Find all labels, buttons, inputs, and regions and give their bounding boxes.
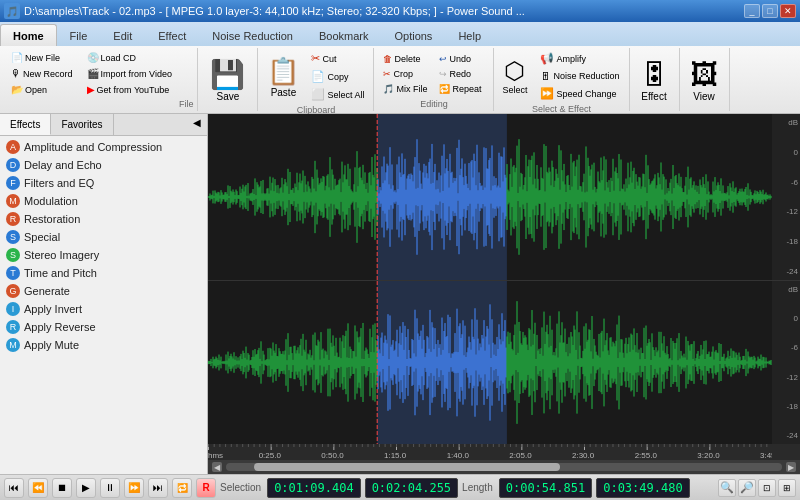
paste-button[interactable]: 📋 Paste	[262, 53, 304, 101]
new-file-button[interactable]: 📄 New File	[6, 50, 78, 65]
panel-tabs: Effects Favorites ◀	[0, 114, 207, 136]
effect-reverse-label: Apply Reverse	[24, 321, 96, 333]
crop-button[interactable]: ✂ Crop	[378, 67, 432, 81]
tab-noise-reduction[interactable]: Noise Reduction	[199, 24, 306, 46]
minimize-button[interactable]: _	[744, 4, 760, 18]
select-effect-label: Select & Effect	[498, 104, 624, 114]
title-bar: 🎵 D:\samples\Track - 02.mp3 - [ MPEG 1.0…	[0, 0, 800, 22]
amplify-icon: 📢	[540, 52, 554, 65]
select-all-button[interactable]: ⬜ Select All	[306, 86, 369, 103]
open-icon: 📂	[11, 84, 23, 95]
scroll-left-button[interactable]: ◀	[212, 462, 222, 472]
undo-button[interactable]: ↩ Undo	[434, 52, 486, 66]
waveform-area: dB 0 -6 -12 -18 -24 dB 0 -6 -12 -18 -24	[208, 114, 800, 474]
list-item[interactable]: F Filters and EQ	[2, 174, 205, 192]
effects-tab[interactable]: Effects	[0, 114, 51, 135]
scroll-right-button[interactable]: ▶	[786, 462, 796, 472]
time-ruler	[208, 444, 800, 460]
list-item[interactable]: M Apply Mute	[2, 336, 205, 354]
tab-options[interactable]: Options	[381, 24, 445, 46]
save-button[interactable]: 💾 Save	[202, 56, 253, 104]
file-section-label: File	[179, 99, 194, 109]
load-cd-button[interactable]: 💿 Load CD	[82, 50, 177, 65]
scroll-track[interactable]	[226, 463, 782, 471]
total-length-display: 0:03:49.480	[596, 478, 689, 498]
effect-special-label: Special	[24, 231, 60, 243]
main-area: Effects Favorites ◀ A Amplitude and Comp…	[0, 114, 800, 474]
effect-button[interactable]: 🎛 Effect	[640, 58, 668, 102]
panel-collapse-button[interactable]: ◀	[187, 114, 207, 135]
repeat-button[interactable]: 🔁 Repeat	[434, 82, 486, 96]
effect-label: Effect	[641, 91, 666, 102]
zoom-in-button[interactable]: 🔎	[738, 479, 756, 497]
record-button[interactable]: R	[196, 478, 216, 498]
scrollbar-horizontal[interactable]: ◀ ▶	[208, 460, 800, 474]
list-item[interactable]: G Generate	[2, 282, 205, 300]
status-bar: ⏮ ⏪ ⏹ ▶ ⏸ ⏩ ⏭ 🔁 R Selection 0:01:09.404 …	[0, 474, 800, 500]
mix-file-button[interactable]: 🎵 Mix File	[378, 82, 432, 96]
import-video-button[interactable]: 🎬 Import from Video	[82, 66, 177, 81]
favorites-tab[interactable]: Favorites	[51, 114, 113, 135]
cut-button[interactable]: ✂ Cut	[306, 50, 369, 67]
effect-invert-icon: I	[6, 302, 20, 316]
transport-loop-button[interactable]: 🔁	[172, 478, 192, 498]
new-record-button[interactable]: 🎙 New Record	[6, 66, 78, 81]
effect-modulation-icon: M	[6, 194, 20, 208]
zoom-controls: 🔍 🔎 ⊡ ⊞	[718, 479, 796, 497]
paste-icon: 📋	[267, 56, 299, 87]
list-item[interactable]: S Stereo Imagery	[2, 246, 205, 264]
tab-help[interactable]: Help	[445, 24, 494, 46]
select-button[interactable]: ⬡ Select	[498, 55, 531, 97]
speed-change-button[interactable]: ⏩ Speed Change	[535, 85, 624, 102]
tab-edit[interactable]: Edit	[100, 24, 145, 46]
transport-rewind-button[interactable]: ⏪	[28, 478, 48, 498]
effect-mute-label: Apply Mute	[24, 339, 79, 351]
list-item[interactable]: R Apply Reverse	[2, 318, 205, 336]
transport-end-button[interactable]: ⏭	[148, 478, 168, 498]
get-youtube-button[interactable]: ▶ Get from YouTube	[82, 82, 177, 97]
transport-pause-button[interactable]: ⏸	[100, 478, 120, 498]
view-button[interactable]: 🖼 View	[690, 58, 718, 102]
mix-icon: 🎵	[383, 84, 394, 94]
effect-delay-label: Delay and Echo	[24, 159, 102, 171]
noise-reduction-button[interactable]: 🎚 Noise Reduction	[535, 68, 624, 84]
maximize-button[interactable]: □	[762, 4, 778, 18]
transport-forward-button[interactable]: ⏩	[124, 478, 144, 498]
scroll-thumb[interactable]	[254, 463, 560, 471]
tab-file[interactable]: File	[57, 24, 101, 46]
top-track[interactable]: dB 0 -6 -12 -18 -24	[208, 114, 800, 281]
tab-effect[interactable]: Effect	[145, 24, 199, 46]
new-file-icon: 📄	[11, 52, 23, 63]
effect-generate-icon: G	[6, 284, 20, 298]
redo-button[interactable]: ↪ Redo	[434, 67, 486, 81]
length-display: 0:00:54.851	[499, 478, 592, 498]
list-item[interactable]: M Modulation	[2, 192, 205, 210]
list-item[interactable]: R Restoration	[2, 210, 205, 228]
youtube-icon: ▶	[87, 84, 95, 95]
effect-restoration-label: Restoration	[24, 213, 80, 225]
effect-restoration-icon: R	[6, 212, 20, 226]
open-button[interactable]: 📂 Open	[6, 82, 78, 97]
load-cd-icon: 💿	[87, 52, 99, 63]
editing-section: 🗑 Delete ✂ Crop 🎵 Mix File ↩ Undo	[374, 48, 494, 111]
copy-button[interactable]: 📄 Copy	[306, 68, 369, 85]
bottom-track[interactable]: dB 0 -6 -12 -18 -24	[208, 281, 800, 444]
tab-bookmark[interactable]: Bookmark	[306, 24, 382, 46]
tab-home[interactable]: Home	[0, 24, 57, 46]
amplify-button[interactable]: 📢 Amplify	[535, 50, 624, 67]
zoom-fit-button[interactable]: ⊡	[758, 479, 776, 497]
list-item[interactable]: A Amplitude and Compression	[2, 138, 205, 156]
transport-start-button[interactable]: ⏮	[4, 478, 24, 498]
transport-play-button[interactable]: ▶	[76, 478, 96, 498]
list-item[interactable]: T Time and Pitch	[2, 264, 205, 282]
favorites-tab-label: Favorites	[61, 119, 102, 130]
import-video-icon: 🎬	[87, 68, 99, 79]
list-item[interactable]: D Delay and Echo	[2, 156, 205, 174]
list-item[interactable]: I Apply Invert	[2, 300, 205, 318]
zoom-reset-button[interactable]: ⊞	[778, 479, 796, 497]
zoom-out-button[interactable]: 🔍	[718, 479, 736, 497]
delete-button[interactable]: 🗑 Delete	[378, 52, 432, 66]
transport-stop-button[interactable]: ⏹	[52, 478, 72, 498]
close-button[interactable]: ✕	[780, 4, 796, 18]
list-item[interactable]: S Special	[2, 228, 205, 246]
